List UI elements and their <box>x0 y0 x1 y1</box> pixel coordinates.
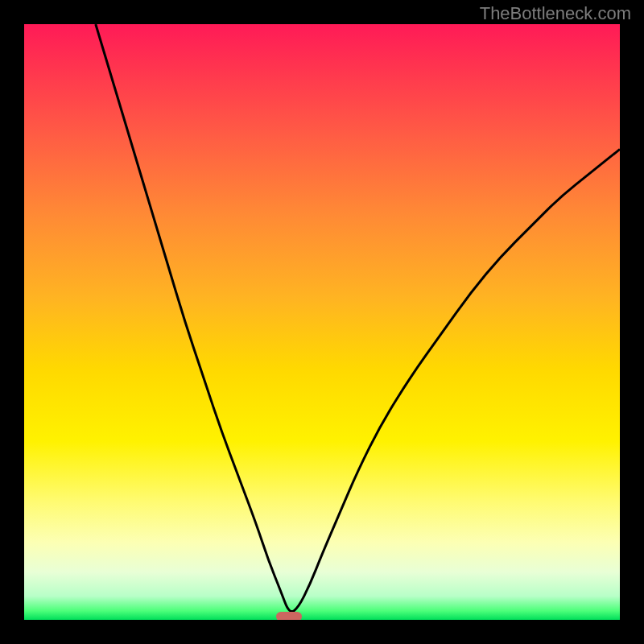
minimum-marker <box>276 612 302 620</box>
curve-layer <box>24 24 620 620</box>
plot-area <box>24 24 620 620</box>
watermark-text: TheBottleneck.com <box>480 3 631 24</box>
bottleneck-curve <box>96 24 620 612</box>
chart-frame: TheBottleneck.com <box>0 0 644 644</box>
